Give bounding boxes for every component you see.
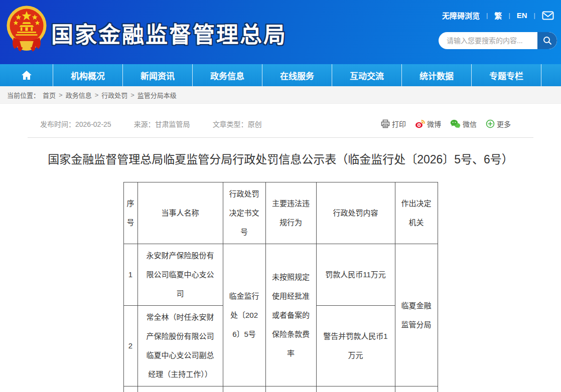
cell-penalty-1: 罚款人民币11万元 bbox=[316, 244, 395, 306]
nav-item-xinwenzixun[interactable]: 新闻资讯 bbox=[123, 64, 193, 86]
topbar-separator: | bbox=[486, 12, 488, 19]
site-title: 国家金融监督管理总局 bbox=[51, 17, 287, 49]
header-authority: 作出决定机关 bbox=[395, 182, 438, 244]
breadcrumb-separator: > bbox=[59, 91, 63, 99]
cell-no-2: 2 bbox=[123, 306, 137, 386]
share-group: 打印 微博 微信 bbox=[381, 119, 511, 129]
national-emblem bbox=[5, 4, 48, 54]
english-link[interactable]: EN bbox=[517, 11, 527, 20]
breadcrumb-separator: > bbox=[95, 91, 99, 99]
cell-penalty-3 bbox=[316, 386, 395, 392]
cell-authority-3 bbox=[395, 386, 438, 392]
article-meta: 发布时间：2026-02-25 来源：甘肃监管局 文章类型：原创 打印 bbox=[28, 119, 533, 129]
article: 发布时间：2026-02-25 来源：甘肃监管局 文章类型：原创 打印 bbox=[0, 104, 561, 392]
wechat-icon bbox=[450, 119, 461, 128]
more-share-button[interactable]: 更多 bbox=[486, 119, 511, 129]
breadcrumb-separator: > bbox=[130, 91, 134, 99]
weibo-share-button[interactable]: 微博 bbox=[415, 119, 441, 129]
publish-time-value: 2026-02-25 bbox=[75, 120, 111, 128]
main-nav: 机构概况 新闻资讯 政务信息 在线服务 互动交流 统计数据 专题专栏 bbox=[0, 64, 561, 86]
nav-item-zaixianfuwu[interactable]: 在线服务 bbox=[262, 64, 332, 86]
source: 来源：甘肃监管局 bbox=[134, 119, 190, 129]
article-type-value: 原创 bbox=[248, 120, 262, 128]
cell-no-3 bbox=[123, 386, 137, 392]
breadcrumb-current[interactable]: 监管分局本级 bbox=[137, 90, 177, 100]
search-icon bbox=[542, 36, 552, 46]
search-input[interactable] bbox=[439, 32, 537, 49]
nav-home[interactable] bbox=[0, 64, 53, 86]
print-button[interactable]: 打印 bbox=[381, 119, 406, 129]
wechat-share-button[interactable]: 微信 bbox=[450, 119, 477, 129]
site-header: 国家金融监督管理总局 无障碍浏览 | 繁 | EN | bbox=[0, 0, 561, 64]
table-header-row: 序号 当事人名称 行政处罚决定书文号 主要违法违规行为 行政处罚内容 作出决定机… bbox=[123, 182, 438, 244]
accessibility-link[interactable]: 无障碍浏览 bbox=[442, 10, 480, 21]
cell-party-1: 永安财产保险股份有限公司临夏中心支公司 bbox=[137, 244, 223, 306]
plus-circle-icon bbox=[486, 119, 495, 128]
publish-time: 发布时间：2026-02-25 bbox=[40, 119, 111, 129]
cell-penalty-2: 警告并罚款人民币1万元 bbox=[316, 306, 395, 386]
table-row bbox=[123, 386, 438, 392]
search-button[interactable] bbox=[537, 32, 557, 49]
article-type-label: 文章类型： bbox=[213, 120, 248, 128]
table-row: 1 永安财产保险股份有限公司临夏中心支公司 临金监行处〔2026〕5号 未按照规… bbox=[123, 244, 438, 306]
header-violation: 主要违法违规行为 bbox=[265, 182, 316, 244]
header-no: 序号 bbox=[123, 182, 137, 244]
breadcrumb-label: 当前位置： bbox=[7, 90, 40, 100]
more-label: 更多 bbox=[497, 119, 511, 129]
cell-doc-no: 临金监行处〔2026〕5号 bbox=[223, 244, 265, 386]
topbar-separator: | bbox=[508, 12, 510, 19]
breadcrumb-home[interactable]: 首页 bbox=[43, 90, 56, 100]
article-type: 文章类型：原创 bbox=[213, 119, 262, 129]
header-penalty: 行政处罚内容 bbox=[316, 182, 395, 244]
wechat-label: 微信 bbox=[463, 119, 477, 129]
source-label: 来源： bbox=[134, 120, 155, 128]
nav-item-jigougaikuang[interactable]: 机构概况 bbox=[53, 64, 123, 86]
weibo-icon bbox=[415, 119, 425, 128]
publish-time-label: 发布时间： bbox=[40, 120, 75, 128]
cell-doc-no-3 bbox=[223, 386, 265, 392]
nav-item-tongjishuju[interactable]: 统计数据 bbox=[402, 64, 472, 86]
meta-divider bbox=[28, 137, 533, 138]
header-doc-no: 行政处罚决定书文号 bbox=[223, 182, 265, 244]
cell-party-2: 常全林（时任永安财产保险股份有限公司临夏中心支公司副总经理（主持工作）） bbox=[137, 306, 223, 386]
traditional-chinese-link[interactable]: 繁 bbox=[494, 10, 502, 21]
nav-item-zhengwuxinxi[interactable]: 政务信息 bbox=[193, 64, 262, 86]
search-box bbox=[439, 32, 557, 49]
penalty-table: 序号 当事人名称 行政处罚决定书文号 主要违法违规行为 行政处罚内容 作出决定机… bbox=[123, 182, 438, 392]
cell-violation: 未按照规定使用经批准或者备案的保险条款费率 bbox=[265, 244, 316, 386]
cell-no-1: 1 bbox=[123, 244, 137, 306]
breadcrumb: 当前位置： 首页 > 政务信息 > 行政处罚 > 监管分局本级 bbox=[0, 86, 561, 104]
cell-party-3 bbox=[137, 386, 223, 392]
source-value: 甘肃监管局 bbox=[155, 120, 190, 128]
topbar-separator: | bbox=[534, 12, 535, 19]
cell-violation-3 bbox=[265, 386, 316, 392]
header-party: 当事人名称 bbox=[137, 182, 223, 244]
print-label: 打印 bbox=[392, 119, 406, 129]
printer-icon bbox=[381, 119, 390, 128]
nav-item-zhuantizhuanlan[interactable]: 专题专栏 bbox=[472, 64, 541, 86]
mail-icon[interactable] bbox=[542, 11, 554, 20]
page-title: 国家金融监督管理总局临夏监管分局行政处罚信息公示表（临金监行处〔2026〕5号、… bbox=[28, 150, 533, 169]
cell-authority: 临夏金融监管分局 bbox=[395, 244, 438, 386]
home-icon bbox=[21, 70, 32, 80]
breadcrumb-xingzhengchufa[interactable]: 行政处罚 bbox=[101, 90, 127, 100]
topbar: 无障碍浏览 | 繁 | EN | bbox=[442, 10, 554, 21]
nav-item-hudongjiaoliu[interactable]: 互动交流 bbox=[332, 64, 402, 86]
weibo-label: 微博 bbox=[427, 119, 441, 129]
breadcrumb-zhengwuxinxi[interactable]: 政务信息 bbox=[66, 90, 92, 100]
